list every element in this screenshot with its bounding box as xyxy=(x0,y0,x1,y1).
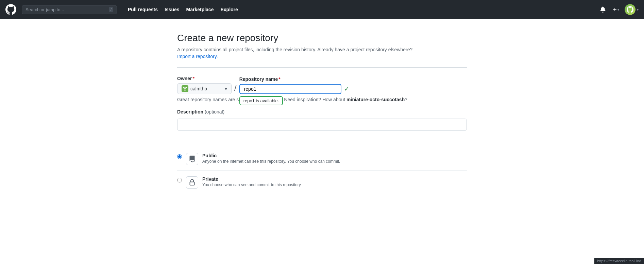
repo-name-input[interactable] xyxy=(239,84,341,94)
github-logo-icon[interactable] xyxy=(5,4,16,15)
public-description: Anyone on the internet can see this repo… xyxy=(202,159,467,164)
repo-name-wrapper: ✓ repo1 is available. xyxy=(239,84,349,94)
private-content: Private You choose who can see and commi… xyxy=(202,176,467,187)
create-new-button[interactable]: + ▾ xyxy=(613,6,619,14)
nav-links: Pull requests Issues Marketplace Explore xyxy=(125,5,241,14)
public-content: Public Anyone on the internet can see th… xyxy=(202,153,467,164)
public-option: Public Anyone on the internet can see th… xyxy=(177,147,467,171)
owner-group: Owner* calmtho ▾ xyxy=(177,76,232,94)
public-repo-icon xyxy=(186,153,198,165)
nav-right: + ▾ ▾ xyxy=(598,4,639,15)
visibility-section: Public Anyone on the internet can see th… xyxy=(177,147,467,194)
page-title: Create a new repository xyxy=(177,33,467,43)
owner-value: calmtho xyxy=(190,86,207,91)
repo-name-label: Repository name* xyxy=(239,76,349,82)
main-content: Create a new repository A repository con… xyxy=(169,19,475,208)
public-title: Public xyxy=(202,153,467,158)
avatar xyxy=(625,4,635,15)
private-description: You choose who can see and commit to thi… xyxy=(202,182,467,187)
valid-check-icon: ✓ xyxy=(344,85,349,93)
avatar-caret-icon: ▾ xyxy=(637,8,639,12)
import-repository-link[interactable]: Import a repository. xyxy=(177,54,218,59)
owner-caret-icon: ▾ xyxy=(225,86,227,91)
nav-link-marketplace[interactable]: Marketplace xyxy=(184,5,217,14)
search-placeholder-text: Search or jump to... xyxy=(26,7,64,12)
availability-message: Great repository names are short and mem… xyxy=(177,97,467,102)
owner-label: Owner* xyxy=(177,76,232,81)
description-input[interactable] xyxy=(177,119,467,131)
owner-repo-row: Owner* calmtho ▾ / Repository name* ✓ xyxy=(177,76,467,94)
section-divider-2 xyxy=(177,139,467,139)
nav-link-issues[interactable]: Issues xyxy=(162,5,182,14)
repo-required: * xyxy=(278,76,280,82)
user-menu[interactable]: ▾ xyxy=(625,4,639,15)
private-title: Private xyxy=(202,176,467,182)
owner-dropdown[interactable]: calmtho ▾ xyxy=(177,83,232,94)
page-subtitle: A repository contains all project files,… xyxy=(177,47,467,52)
slash-badge: / xyxy=(109,7,113,12)
description-group: Description (optional) xyxy=(177,109,467,131)
private-repo-icon xyxy=(186,176,198,189)
name-suggestion: miniature-octo-succotash xyxy=(346,97,405,102)
availability-tooltip: repo1 is available. xyxy=(239,96,283,105)
repo-name-group: Repository name* ✓ repo1 is available. xyxy=(239,76,349,94)
nav-link-pull-requests[interactable]: Pull requests xyxy=(125,5,160,14)
owner-required: * xyxy=(193,76,194,81)
navbar: Search or jump to... / Pull requests Iss… xyxy=(0,0,644,19)
section-divider xyxy=(177,67,467,68)
private-option: Private You choose who can see and commi… xyxy=(177,171,467,194)
dropdown-caret-icon: ▾ xyxy=(617,8,619,12)
description-label: Description (optional) xyxy=(177,109,467,115)
private-radio[interactable] xyxy=(177,178,182,182)
search-box[interactable]: Search or jump to... / xyxy=(22,5,117,14)
public-radio[interactable] xyxy=(177,154,182,159)
plus-icon: + xyxy=(613,6,617,14)
nav-link-explore[interactable]: Explore xyxy=(218,5,240,14)
slash-separator: / xyxy=(234,83,237,94)
owner-avatar-icon xyxy=(182,85,188,92)
notifications-button[interactable] xyxy=(598,5,607,14)
